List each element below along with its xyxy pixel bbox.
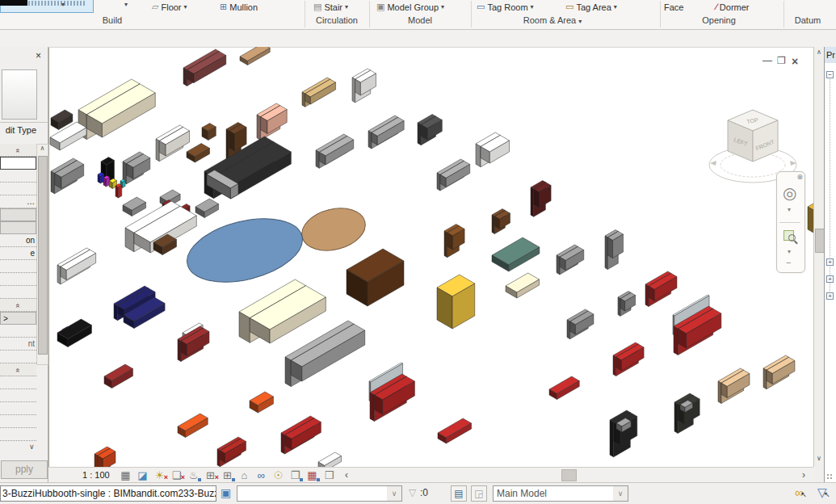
property-row[interactable] — [0, 221, 36, 234]
apply-button[interactable]: pply — [1, 460, 48, 479]
view-control-bar: 1 : 100 ▦◪☀×❏×♨⊞×⊞⌂∞☉❐▦❒ ‹ › — [48, 467, 813, 482]
rotate-left-arrow-icon[interactable] — [710, 161, 716, 166]
scroll-down-icon[interactable]: ∨ — [814, 455, 824, 462]
tool-tag-room[interactable]: ▭ Tag Room ▾ — [477, 0, 534, 14]
hscrollbar-thumb[interactable] — [561, 469, 577, 481]
chevron-down-icon[interactable]: ▾ — [531, 3, 534, 10]
tool-tag-area[interactable]: ▭ Tag Area ▾ — [565, 0, 617, 14]
scroll-up-icon[interactable]: ∧ — [814, 48, 824, 56]
crop-view-icon[interactable]: ⊞× — [204, 469, 216, 482]
property-row[interactable]: > — [0, 312, 36, 325]
property-row — [0, 376, 36, 389]
tool-mullion[interactable]: ⊞ Mullion — [220, 0, 258, 14]
model-canvas[interactable] — [48, 47, 813, 467]
filter-icon[interactable]: ▽ — [409, 486, 416, 499]
type-preview[interactable] — [2, 69, 37, 120]
chevron-down-icon[interactable]: ▾ — [788, 248, 791, 255]
tool-face-label: Face — [664, 2, 683, 12]
property-row — [0, 402, 36, 415]
status-bar: 3-BuzziHubbooth-single : BIMbandit.com23… — [0, 482, 836, 504]
tool-tag-room-label: Tag Room — [487, 2, 527, 12]
tag-area-icon: ▭ — [565, 2, 573, 11]
stair-icon: ▤ — [313, 2, 321, 11]
tree-expand-icon[interactable]: + — [826, 292, 834, 300]
temporary-view-properties-icon[interactable]: ❐ — [289, 469, 301, 482]
shadows-icon[interactable]: ❏× — [170, 469, 183, 482]
collapse-chevron-icon[interactable]: « — [14, 368, 21, 372]
cursor-icon: ↖ — [824, 488, 830, 501]
property-row: nt — [0, 338, 36, 351]
reveal-constraints-button[interactable]: ◲ — [471, 485, 487, 502]
chevron-down-icon[interactable]: ∨ — [387, 486, 401, 501]
highlight-displacement-sets-icon[interactable]: ❒ — [323, 469, 335, 482]
chevron-down-icon[interactable]: ▾ — [124, 1, 128, 8]
scroll-up-icon[interactable]: ∧ — [37, 145, 48, 154]
reveal-hidden-elements-icon[interactable]: ☉ — [272, 469, 284, 482]
properties-rows: «…one«>nt« — [0, 144, 36, 441]
panel-divider — [471, 1, 472, 27]
edit-type-button[interactable]: dit Type — [0, 125, 36, 135]
tool-model-group[interactable]: ▣ Model Group ▾ — [376, 0, 444, 14]
chevron-down-icon[interactable]: ▾ — [788, 206, 791, 213]
tool-dormer[interactable]: ∕ Dormer — [716, 0, 750, 14]
press-drag-filter-icon[interactable]: ▽↖ — [817, 486, 827, 499]
tool-floor[interactable]: ▱ Floor ▾ — [152, 0, 187, 14]
exclude-options-icon[interactable]: ∞↖ — [795, 486, 804, 499]
property-row[interactable] — [0, 208, 36, 221]
chevron-down-icon[interactable]: ▾ — [61, 1, 65, 8]
scroll-down-icon[interactable]: ∨ — [29, 443, 35, 451]
tree-collapse-icon[interactable]: − — [826, 71, 834, 78]
temporary-hide-isolate-icon[interactable]: ∞ — [255, 469, 267, 482]
scrollbar-thumb[interactable] — [38, 156, 48, 355]
close-icon[interactable]: × — [792, 55, 798, 68]
show-crop-region-icon[interactable]: ⊞ — [221, 469, 233, 482]
property-row: on — [0, 234, 36, 247]
unlocked-3d-view-icon[interactable]: ⌂ — [238, 469, 250, 482]
resize-grip[interactable] — [827, 474, 829, 476]
scroll-right-icon[interactable]: › — [802, 469, 805, 481]
panel-circulation: Circulation — [316, 15, 358, 25]
navbar-divider — [779, 222, 800, 223]
show-analytical-model-icon[interactable]: ▦ — [306, 469, 318, 482]
active-workset-combobox[interactable]: Main Model ∨ — [493, 485, 628, 502]
tree-expand-icon[interactable]: + — [826, 275, 834, 283]
chevron-down-icon[interactable]: ▾ — [184, 3, 187, 10]
vertical-scrollbar[interactable]: ∧ ∨ — [813, 47, 824, 467]
collapse-chevron-icon[interactable]: « — [14, 149, 21, 153]
tool-stair-label: Stair — [324, 2, 342, 12]
collapse-chevron-icon[interactable]: « — [14, 304, 21, 308]
tool-stair[interactable]: ▤ Stair ▾ — [313, 0, 348, 14]
panel-opening: Opening — [702, 15, 736, 25]
chevron-down-icon[interactable]: ▾ — [578, 18, 582, 25]
panel-room-area[interactable]: Room & Area ▾ — [523, 15, 582, 25]
worksets-icon[interactable]: ▣ — [221, 486, 231, 499]
tree-expand-icon[interactable]: + — [826, 258, 834, 266]
close-icon[interactable]: × — [36, 50, 41, 61]
navbar-close-icon[interactable]: ⊗ — [796, 173, 803, 181]
steering-wheel-icon[interactable]: ◎ — [783, 183, 796, 203]
panel-divider — [783, 1, 784, 27]
show-rendering-dialog-icon[interactable]: ♨ — [187, 469, 200, 482]
minimize-icon[interactable]: — — [762, 55, 772, 66]
navbar-minimize-icon[interactable]: − — [786, 258, 791, 267]
detail-level-icon[interactable]: ▦ — [120, 469, 132, 482]
scroll-left-icon[interactable]: ‹ — [345, 469, 348, 481]
chevron-down-icon[interactable]: ∨ — [613, 486, 628, 501]
chevron-down-icon[interactable]: ▾ — [441, 3, 444, 10]
workset-combobox[interactable]: ∨ — [237, 485, 402, 502]
restore-icon[interactable]: ❐ — [777, 55, 786, 66]
property-row — [0, 325, 36, 338]
tool-face[interactable]: Face — [664, 0, 683, 14]
view-scale[interactable]: 1 : 100 — [82, 470, 110, 480]
floor-icon: ▱ — [152, 2, 158, 11]
chevron-down-icon[interactable]: ▾ — [614, 3, 617, 10]
property-row — [0, 286, 36, 299]
sun-path-icon[interactable]: ☀× — [153, 469, 166, 482]
property-row[interactable] — [0, 157, 36, 170]
panel-divider — [369, 1, 370, 27]
selection-count: :0 — [420, 486, 428, 499]
chevron-down-icon[interactable]: ▾ — [345, 3, 348, 10]
visual-style-icon[interactable]: ◪ — [137, 469, 149, 482]
properties-scrollbar[interactable]: ∧ — [36, 144, 48, 365]
design-options-editor-button[interactable]: ▤ — [451, 485, 467, 502]
